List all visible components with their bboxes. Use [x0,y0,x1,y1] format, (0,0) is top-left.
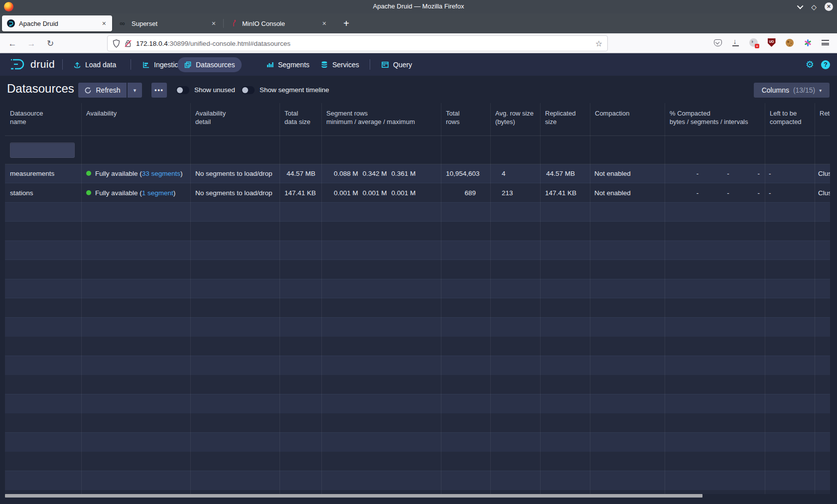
tab-minio-console[interactable]: MinIO Console × [225,15,332,31]
refresh-button[interactable]: Refresh [78,83,127,98]
col-header-avg-row-size[interactable]: Avg. row size (bytes) [490,103,540,135]
col-header-replicated-size[interactable]: Replicated size [540,103,590,135]
availability-detail: No segments to load/drop [190,164,279,184]
forward-button[interactable]: → [25,37,38,50]
browser-toolbar: ← → ↻ 172.18.0.4:30899/unified-console.h… [0,33,837,53]
horizontal-scrollbar[interactable] [5,494,702,498]
col-header-availability-detail[interactable]: Availability detail [190,103,279,135]
columns-button[interactable]: Columns (13/15) ▾ [754,83,830,98]
pocket-icon[interactable] [712,37,723,48]
tab-title: Apache Druid [19,20,58,27]
nav-divider [131,59,131,70]
replicated-size: 44.57 MB [540,164,590,184]
available-dot-icon [86,190,91,195]
tab-apache-druid[interactable]: Apache Druid × [2,15,112,31]
extension-icon[interactable] [748,37,759,48]
nav-query[interactable]: Query [375,57,418,72]
query-icon [381,61,389,69]
druid-logo-icon [9,57,28,72]
maximize-icon[interactable]: ◇ [811,3,817,10]
segment-rows: 0.001 M0.001 M0.001 M [321,184,441,203]
insecure-lock-icon[interactable] [125,39,132,48]
back-button[interactable]: ← [6,37,19,50]
tab-close-icon[interactable]: × [211,19,217,27]
segments-icon [266,61,274,69]
show-unused-label: Show unused [194,86,235,94]
table-row-measurements: measurements Fully available (33 segment… [5,164,830,184]
total-data-size: 147.41 KB [279,184,321,203]
url-text[interactable]: 172.18.0.4:30899/unified-console.html#da… [136,40,591,47]
downloads-icon[interactable] [730,37,741,48]
druid-logo[interactable]: druid [9,57,55,72]
gear-icon[interactable]: ⚙ [806,60,814,69]
nav-divider [62,59,63,70]
tracking-shield-icon[interactable] [113,39,120,48]
segments-link[interactable]: 33 segments [142,170,180,177]
total-rows: 689 [441,184,490,203]
col-header-left-to-be-compacted[interactable]: Left to be compacted [765,103,815,135]
datasource-name[interactable]: stations [5,184,81,203]
tab-superset[interactable]: ∞ Superset × [115,15,222,31]
datasources-page: Datasources Refresh ▾ ••• Show unused Sh… [0,76,837,504]
refresh-button-group: Refresh ▾ [78,83,142,98]
close-window-icon[interactable]: × [825,2,833,11]
datasource-name[interactable]: measurements [5,164,81,184]
col-header-total-rows[interactable]: Total rows [441,103,490,135]
window-titlebar: Apache Druid — Mozilla Firefox ◇ × [0,0,837,13]
col-header-compaction[interactable]: Compaction [590,103,665,135]
available-dot-icon [86,171,91,176]
druid-navbar: druid Load data Ingestion Datasources Se… [0,53,837,76]
segment-rows: 0.088 M0.342 M0.361 M [321,164,441,184]
col-header-pct-compacted[interactable]: % Compacted bytes / segments / intervals [665,103,765,135]
avg-row-size: 4 [490,164,540,184]
total-data-size: 44.57 MB [279,164,321,184]
tab-close-icon[interactable]: × [101,19,107,27]
nav-datasources[interactable]: Datasources [177,57,242,72]
reload-button[interactable]: ↻ [44,37,57,50]
toggle-knob [242,87,248,93]
col-header-segment-rows[interactable]: Segment rows minimum / average / maximum [321,103,441,135]
datasources-icon [184,61,192,69]
col-header-retention[interactable]: Retention [815,103,830,135]
col-header-datasource-name[interactable]: Datasource name [5,103,81,135]
availability: Fully available (1 segment) [81,184,190,203]
col-header-availability[interactable]: Availability [81,103,190,135]
datasource-name-filter-input[interactable] [10,142,75,158]
cookie-extension-icon[interactable] [784,37,795,48]
druid-wordmark: druid [30,58,55,70]
tab-title: MinIO Console [242,20,285,27]
url-bar[interactable]: 172.18.0.4:30899/unified-console.html#da… [107,35,608,51]
pct-compacted: --- [665,164,765,184]
retention[interactable]: Cluster default [815,184,830,203]
refresh-dropdown-button[interactable]: ▾ [128,83,142,98]
superset-favicon: ∞ [120,19,128,27]
tab-close-icon[interactable]: × [321,19,327,27]
nav-services[interactable]: Services [314,57,366,72]
tab-bar: Apache Druid × ∞ Superset × MinIO Consol… [0,13,837,33]
nav-segments[interactable]: Segments [260,57,316,72]
toggle-knob [177,87,183,93]
total-rows: 10,954,603 [441,164,490,184]
table-row-stations: stations Fully available (1 segment) No … [5,184,830,203]
ublock-icon[interactable]: UO [766,37,777,48]
table-header-row: Datasource name Availability Availabilit… [5,103,830,135]
segments-link[interactable]: 1 segment [142,189,173,197]
new-tab-button[interactable]: + [340,17,353,30]
druid-favicon [7,19,15,27]
retention[interactable]: Cluster default [815,164,830,184]
help-icon[interactable]: ? [821,60,830,69]
show-unused-toggle[interactable] [176,86,189,94]
show-segment-timeline-toggle[interactable] [241,86,255,94]
more-actions-button[interactable]: ••• [151,83,167,98]
asterisk-extension-icon[interactable] [802,37,813,48]
nav-load-data[interactable]: Load data [67,57,123,72]
menu-icon[interactable] [820,37,831,48]
replicated-size: 147.41 KB [540,184,590,203]
bookmark-star-icon[interactable]: ☆ [595,39,602,48]
col-header-total-data-size[interactable]: Total data size [279,103,321,135]
refresh-icon [84,87,92,94]
availability-detail: No segments to load/drop [190,184,279,203]
left-to-be-compacted: - [765,164,815,184]
avg-row-size: 213 [490,184,540,203]
datasources-table: Datasource name Availability Availabilit… [0,103,830,504]
